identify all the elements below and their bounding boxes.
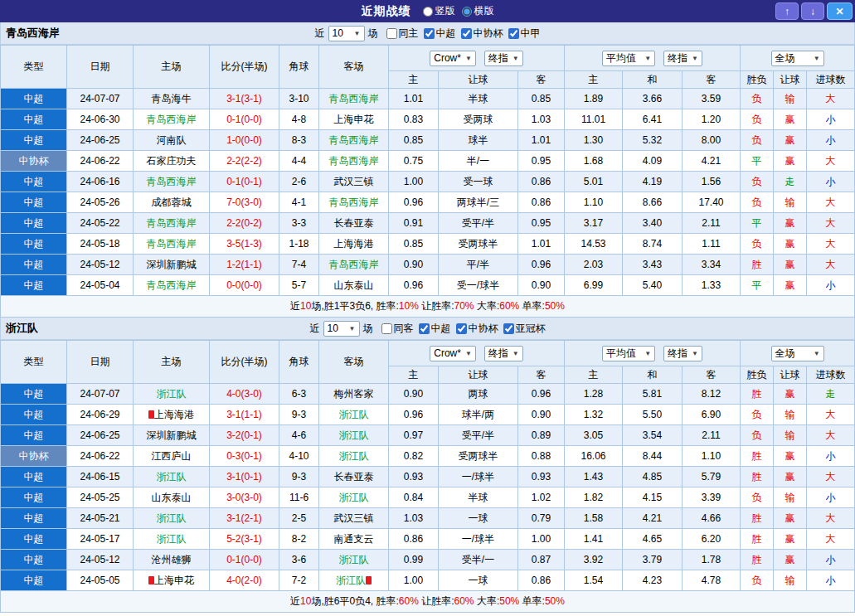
away-team-cell[interactable]: 青岛西海岸 xyxy=(319,151,389,172)
score-cell[interactable]: 7-0(3-0) xyxy=(210,192,279,213)
score-cell[interactable]: 2-2(0-2) xyxy=(210,213,279,234)
away-team-cell[interactable]: 浙江队 xyxy=(319,425,389,446)
score-cell[interactable]: 4-0(3-0) xyxy=(210,384,279,405)
odds-stage-select[interactable]: 终指 ▼ xyxy=(484,346,523,361)
league-filter[interactable]: 同客 xyxy=(381,322,414,336)
away-team-cell[interactable]: 山东泰山 xyxy=(319,275,389,296)
league-filter-checkbox[interactable] xyxy=(424,28,435,39)
home-team-cell[interactable]: 浙江队 xyxy=(134,467,210,487)
away-team-cell[interactable]: 浙江队 xyxy=(319,550,389,570)
score-cell[interactable]: 3-5(1-3) xyxy=(210,234,279,255)
home-team-cell[interactable]: 深圳新鹏城 xyxy=(134,255,210,275)
league-filter-checkbox[interactable] xyxy=(386,28,397,39)
away-team-cell[interactable]: 浙江队 xyxy=(319,446,389,467)
col-handicap-result: 让球 xyxy=(774,71,807,89)
home-team-cell[interactable]: 浙江队 xyxy=(134,384,210,405)
away-team-cell[interactable]: 浙江队 xyxy=(319,487,389,508)
score-cell[interactable]: 0-0(0-0) xyxy=(210,275,279,296)
score-cell[interactable]: 1-2(1-1) xyxy=(210,255,279,275)
move-up-button[interactable]: ↑ xyxy=(775,2,799,20)
home-team-cell[interactable]: 山东泰山 xyxy=(134,487,210,508)
close-button[interactable]: ✕ xyxy=(827,2,853,20)
league-filter-checkbox[interactable] xyxy=(419,323,430,334)
away-team-cell[interactable]: 上海海港 xyxy=(319,234,389,255)
away-team-cell[interactable]: 南通支云 xyxy=(319,529,389,550)
move-down-button[interactable]: ↓ xyxy=(801,2,824,20)
odds-provider-select[interactable]: Crow* ▼ xyxy=(430,346,476,361)
home-team-cell[interactable]: 石家庄功夫 xyxy=(134,151,210,172)
home-team-cell[interactable]: 浙江队 xyxy=(134,529,210,550)
away-team-cell[interactable]: 青岛西海岸 xyxy=(319,89,389,109)
home-team-cell[interactable]: 上海申花 xyxy=(134,570,210,591)
home-team-cell[interactable]: 上海海港 xyxy=(134,405,210,425)
full-match-select[interactable]: 全场 ▼ xyxy=(771,51,824,66)
away-team-cell[interactable]: 武汉三镇 xyxy=(319,172,389,192)
average-select[interactable]: 平均值 ▼ xyxy=(602,51,655,66)
score-cell[interactable]: 2-2(2-2) xyxy=(210,151,279,172)
score-cell[interactable]: 4-0(2-0) xyxy=(210,570,279,591)
league-filter[interactable]: 中超 xyxy=(424,27,456,41)
average-stage-select[interactable]: 终指 ▼ xyxy=(663,51,702,66)
away-team-cell[interactable]: 浙江队 xyxy=(319,405,389,425)
score-cell[interactable]: 3-1(3-1) xyxy=(210,89,279,109)
layout-horizontal-radio[interactable] xyxy=(462,7,472,17)
match-count-select[interactable]: 10 ▼ xyxy=(328,26,365,41)
score-cell[interactable]: 3-2(0-1) xyxy=(210,425,279,446)
odds-stage-select[interactable]: 终指 ▼ xyxy=(484,51,523,66)
score-cell[interactable]: 0-1(0-0) xyxy=(210,109,279,130)
layout-vertical-option[interactable]: 竖版 xyxy=(423,4,455,18)
score-cell[interactable]: 3-1(1-1) xyxy=(210,405,279,425)
away-team-cell[interactable]: 青岛西海岸 xyxy=(319,130,389,151)
away-team-cell[interactable]: 梅州客家 xyxy=(319,384,389,405)
home-team-cell[interactable]: 青岛西海岸 xyxy=(134,213,210,234)
home-team-cell[interactable]: 江西庐山 xyxy=(134,446,210,467)
score-cell[interactable]: 0-1(0-1) xyxy=(210,172,279,192)
home-team-cell[interactable]: 沧州雄狮 xyxy=(134,550,210,570)
full-match-select[interactable]: 全场 ▼ xyxy=(771,346,824,361)
away-team-cell[interactable]: 武汉三镇 xyxy=(319,508,389,529)
league-filter-checkbox[interactable] xyxy=(381,323,392,334)
score-cell[interactable]: 0-1(0-0) xyxy=(210,550,279,570)
away-team-cell[interactable]: 浙江队 xyxy=(319,570,389,591)
odds-provider-select[interactable]: Crow* ▼ xyxy=(430,51,476,66)
home-team-cell[interactable]: 浙江队 xyxy=(134,508,210,529)
home-team-cell[interactable]: 河南队 xyxy=(134,130,210,151)
score-cell[interactable]: 1-0(0-0) xyxy=(210,130,279,151)
titlebar: 近期战绩 竖版 横版 ↑ ↓ ✕ xyxy=(0,0,855,22)
score-cell[interactable]: 3-0(3-0) xyxy=(210,487,279,508)
layout-horizontal-option[interactable]: 横版 xyxy=(462,4,494,18)
score-cell[interactable]: 3-1(2-1) xyxy=(210,508,279,529)
average-stage-select[interactable]: 终指 ▼ xyxy=(663,346,702,361)
layout-vertical-radio[interactable] xyxy=(423,7,433,17)
league-filter[interactable]: 中协杯 xyxy=(461,27,503,41)
away-team-cell[interactable]: 上海申花 xyxy=(319,109,389,130)
avg-home-odds: 1.10 xyxy=(565,192,623,213)
league-filter[interactable]: 亚冠杯 xyxy=(503,322,546,336)
home-team-cell[interactable]: 青岛西海岸 xyxy=(134,234,210,255)
home-team-cell[interactable]: 青岛西海岸 xyxy=(134,109,210,130)
match-count-select[interactable]: 10 ▼ xyxy=(323,321,360,337)
home-team-cell[interactable]: 青岛海牛 xyxy=(134,89,210,109)
away-team-cell[interactable]: 青岛西海岸 xyxy=(319,255,389,275)
away-team-cell[interactable]: 长春亚泰 xyxy=(319,467,389,487)
away-team-cell[interactable]: 青岛西海岸 xyxy=(319,192,389,213)
home-team-cell[interactable]: 成都蓉城 xyxy=(134,192,210,213)
crown-odds-group: Crow* ▼ 终指 ▼ xyxy=(389,341,565,366)
league-filter-checkbox[interactable] xyxy=(456,323,467,334)
league-filter[interactable]: 中超 xyxy=(419,322,451,336)
home-team-cell[interactable]: 青岛西海岸 xyxy=(134,172,210,192)
average-select[interactable]: 平均值 ▼ xyxy=(602,346,655,361)
score-cell[interactable]: 3-1(0-1) xyxy=(210,467,279,487)
league-filter[interactable]: 中甲 xyxy=(508,27,541,41)
league-filter-checkbox[interactable] xyxy=(461,28,472,39)
col-avg-home: 主 xyxy=(565,71,623,89)
league-filter-checkbox[interactable] xyxy=(508,28,519,39)
score-cell[interactable]: 0-3(0-1) xyxy=(210,446,279,467)
away-team-cell[interactable]: 长春亚泰 xyxy=(319,213,389,234)
league-filter-checkbox[interactable] xyxy=(503,323,514,334)
score-cell[interactable]: 5-2(3-1) xyxy=(210,529,279,550)
league-filter[interactable]: 同主 xyxy=(386,27,419,41)
league-filter[interactable]: 中协杯 xyxy=(456,322,498,336)
home-team-cell[interactable]: 青岛西海岸 xyxy=(134,275,210,296)
home-team-cell[interactable]: 深圳新鹏城 xyxy=(134,425,210,446)
